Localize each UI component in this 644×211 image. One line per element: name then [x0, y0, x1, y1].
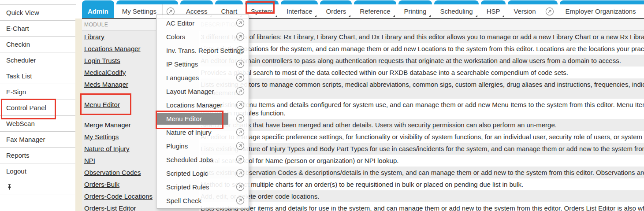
module-link-login-trusts[interactable]: Login Trusts: [84, 57, 120, 64]
description-text: Lists existing editors to manage common …: [201, 80, 644, 89]
module-link-nature-of-injury[interactable]: Nature of Injury: [84, 145, 130, 152]
menu-item-menu-editor[interactable]: Menu Editor: [156, 113, 249, 125]
menu-item-colors[interactable]: Colors: [156, 31, 249, 43]
description-text: Method to select multiple charts for an …: [201, 180, 644, 189]
menu-item-nature-of-injury[interactable]: Nature of Injury: [156, 126, 249, 138]
module-link-orders-code-locations[interactable]: Orders-Code Locations: [84, 192, 153, 200]
description-text: tabs within modules function.: [201, 109, 644, 117]
open-arrow-icon[interactable]: [236, 128, 245, 137]
menu-item-scripted-rules[interactable]: Scripted Rules: [156, 181, 249, 193]
open-arrow-icon[interactable]: [236, 32, 245, 41]
tab-scheduling[interactable]: Scheduling: [434, 0, 478, 18]
menu-item-scheduled-jobs[interactable]: Scheduled Jobs: [156, 154, 249, 166]
description-cell: Lists existing editors to manage common …: [201, 78, 644, 99]
pushpin-icon: [6, 184, 13, 190]
sidebar-item-e-sign[interactable]: E-Sign: [0, 84, 76, 100]
open-arrow-icon[interactable]: [236, 114, 245, 123]
sidebar-item-reports[interactable]: Reports: [0, 147, 76, 163]
menu-item-languages[interactable]: Languages: [156, 72, 249, 84]
sidebar-item-webscan[interactable]: WebScan: [0, 115, 76, 131]
module-link-orders-list-editor[interactable]: Orders-List Editor: [84, 204, 136, 211]
module-link-menu-editor[interactable]: Menu Editor: [84, 101, 120, 108]
open-arrow-icon[interactable]: [236, 155, 245, 164]
module-link-npi[interactable]: NPI: [84, 157, 95, 164]
menu-item-label: AC Editor: [166, 19, 194, 27]
sidebar-item-fax-manager[interactable]: Fax Manager: [0, 131, 76, 147]
sidebar-item-label: E-Chart: [6, 25, 29, 32]
menu-item-plugins[interactable]: Plugins: [156, 140, 249, 152]
module-link-meds-manager[interactable]: Meds Manager: [84, 81, 128, 88]
menu-item-inv-trans-report-settings[interactable]: Inv. Trans. Report Settings: [156, 44, 249, 56]
tab-employer-organizations[interactable]: Employer Organizations: [560, 0, 644, 18]
menu-item-label: Plugins: [166, 142, 188, 150]
menu-item-label: IP Settings: [166, 60, 198, 68]
tab-label: Version: [508, 4, 541, 18]
module-link-medicalcodify[interactable]: MedicalCodify: [84, 69, 126, 76]
open-arrow-icon[interactable]: [236, 46, 245, 55]
description-cell: Lists existing Nature of Injury Types an…: [201, 143, 644, 155]
tab-admin[interactable]: Admin: [82, 0, 114, 18]
description-text: Search for charts that have been merged …: [201, 121, 644, 129]
menu-item-ac-editor[interactable]: AC Editor: [156, 17, 249, 29]
sidebar-item-quick-view[interactable]: Quick View: [0, 4, 76, 20]
menu-item-label: Layout Manager: [166, 88, 214, 95]
sidebar-item-label: Scheduler: [6, 56, 36, 64]
description-cell: Lists existing Observation Codes & descr…: [201, 167, 644, 178]
description-cell: Method to select multiple charts for an …: [201, 178, 644, 190]
tab-label: Admin: [82, 4, 114, 18]
sidebar-item-logout[interactable]: Logout: [0, 163, 76, 179]
menu-item-label: Inv. Trans. Report Settings: [166, 47, 244, 54]
open-arrow-icon[interactable]: [236, 100, 245, 109]
menu-item-label: Menu Editor: [166, 115, 202, 122]
module-link-my-settings[interactable]: My Settings: [84, 133, 119, 141]
module-link-merge-manager[interactable]: Merge Manager: [84, 121, 131, 129]
open-arrow-icon[interactable]: [236, 87, 245, 96]
sidebar-divider: [75, 19, 82, 211]
description-text: Provides a global search to most of the …: [201, 68, 644, 77]
tab-bar: AdminMy SettingsAccessChartSystemInterfa…: [82, 0, 644, 19]
menu-item-spell-check[interactable]: Spell Check: [156, 195, 249, 207]
menu-item-layout-manager[interactable]: Layout Manager: [156, 85, 249, 97]
sidebar-pin-row[interactable]: [0, 179, 76, 195]
tab-version[interactable]: Version: [508, 0, 557, 18]
open-arrow-icon[interactable]: [642, 4, 644, 18]
sidebar-item-label: Fax Manager: [6, 136, 45, 143]
module-link-orders-bulk[interactable]: Orders-Bulk: [84, 181, 119, 188]
sidebar-item-control-panel[interactable]: Control Panel: [0, 100, 76, 115]
dropdown-caret-icon: [314, 15, 316, 17]
open-arrow-icon[interactable]: [236, 73, 245, 82]
menu-item-scripted-logic[interactable]: Scripted Logic: [156, 167, 249, 179]
open-arrow-icon[interactable]: [236, 182, 245, 191]
description-text: replacements: [201, 89, 644, 97]
tab-label: My Settings: [116, 4, 162, 18]
tab-reference[interactable]: Reference: [354, 0, 396, 18]
module-link-locations-manager[interactable]: Locations Manager: [84, 45, 141, 52]
tab-orders[interactable]: Orders: [320, 0, 352, 18]
description-cell: An editor to manage specific preference …: [201, 131, 644, 143]
description-cell: Lists existing Locations for the system,…: [201, 43, 644, 55]
tab-hsp[interactable]: HSP: [481, 0, 506, 18]
open-arrow-icon[interactable]: [236, 19, 245, 27]
tab-label: Scheduling: [434, 4, 478, 18]
module-link-library[interactable]: Library: [84, 33, 104, 41]
menu-item-ip-settings[interactable]: IP Settings: [156, 58, 249, 70]
tab-printing[interactable]: Printing: [398, 0, 432, 18]
menu-item-locations-manager[interactable]: Locations Manager: [156, 99, 249, 111]
open-arrow-icon[interactable]: [542, 4, 558, 18]
open-arrow-icon[interactable]: [236, 196, 245, 205]
tab-interface[interactable]: Interface: [281, 0, 318, 18]
sidebar-item-label: Checkin: [6, 41, 30, 48]
description-text: Global search tool for Name (person or o…: [201, 156, 644, 165]
open-arrow-icon[interactable]: [236, 169, 245, 178]
module-link-observation-codes[interactable]: Observation Codes: [84, 169, 141, 176]
sidebar-item-task-list[interactable]: Task List: [0, 68, 76, 84]
sidebar-item-scheduler[interactable]: Scheduler: [0, 52, 76, 68]
open-arrow-icon[interactable]: [236, 141, 245, 150]
menu-item-label: Scripted Rules: [166, 183, 209, 191]
open-arrow-icon[interactable]: [236, 59, 245, 68]
sidebar-list: Quick ViewE-ChartCheckinSchedulerTask Li…: [0, 4, 76, 195]
sidebar-item-checkin[interactable]: Checkin: [0, 36, 76, 52]
tab-system[interactable]: System: [245, 0, 279, 18]
sidebar-item-e-chart[interactable]: E-Chart: [0, 20, 76, 36]
system-dropdown-menu: AC EditorColorsInv. Trans. Report Settin…: [156, 15, 249, 209]
